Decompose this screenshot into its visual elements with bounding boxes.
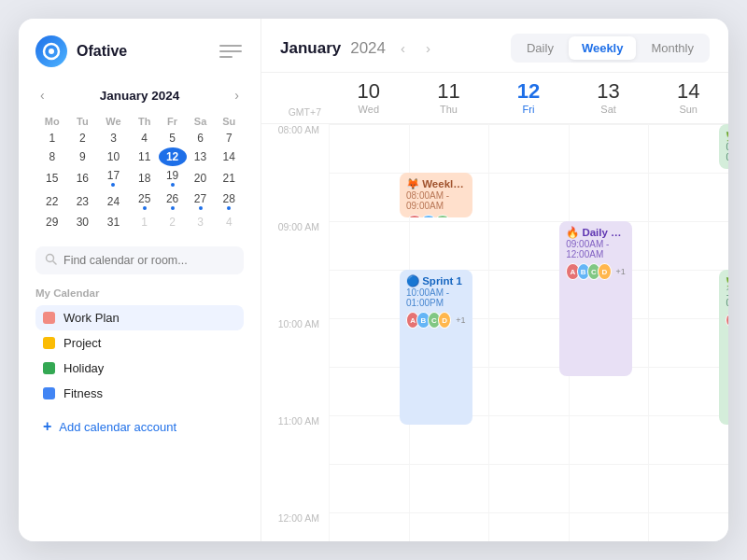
mini-cal-day[interactable]: 2 (68, 129, 96, 147)
mini-cal-day[interactable]: 30 (68, 213, 96, 231)
time-cell[interactable] (488, 318, 569, 367)
mini-cal-day[interactable]: 3 (187, 213, 215, 231)
mini-cal-day[interactable]: 9 (68, 147, 96, 166)
mini-cal-day[interactable]: 17 (96, 166, 130, 189)
mini-cal-day[interactable]: 31 (96, 213, 130, 231)
mini-cal-day[interactable]: 11 (131, 147, 159, 166)
time-cell[interactable] (488, 464, 569, 512)
time-cell[interactable] (648, 270, 728, 318)
event-block-daily-standup-thu[interactable]: 🔥 Daily Standup09:00AM - 12:00AMABCD+1 (559, 221, 632, 376)
add-calendar-button[interactable]: + Add calendar account (35, 412, 244, 441)
time-cell[interactable] (569, 415, 649, 464)
sidebar: Ofative ‹ January 2024 › MoTuWeThFrSaSu … (19, 19, 261, 541)
calendar-color-dot (43, 362, 55, 374)
time-cell[interactable] (409, 464, 489, 512)
mini-cal-day[interactable]: 26 (159, 189, 187, 213)
time-cell[interactable] (409, 512, 489, 541)
time-cell[interactable] (329, 464, 409, 512)
mini-cal-day[interactable]: 4 (215, 213, 244, 231)
mini-cal-day[interactable]: 28 (215, 189, 244, 213)
mini-cal-day[interactable]: 20 (187, 166, 215, 189)
event-block-sprint1[interactable]: 🔵 Sprint 110:00AM - 01:00PMABCD+1 (400, 270, 472, 425)
mini-cal-prev-button[interactable]: ‹ (35, 86, 49, 105)
calendar-item-work-plan[interactable]: Work Plan (35, 305, 244, 330)
time-cell[interactable] (488, 270, 569, 318)
time-cell[interactable] (648, 124, 728, 173)
time-cell[interactable] (329, 367, 409, 415)
mini-cal-day[interactable]: 13 (187, 147, 215, 166)
calendar-item-project[interactable]: Project (35, 330, 244, 356)
event-block-feedback-design[interactable]: 🌿 Feedback Design07:00AM - 08:00PMABC+1 (719, 124, 728, 169)
time-cell[interactable] (488, 221, 569, 270)
view-btn-weekly[interactable]: Weekly (569, 36, 637, 60)
time-cell[interactable] (329, 318, 409, 367)
time-cell[interactable] (648, 173, 728, 221)
time-cell[interactable] (488, 367, 569, 415)
day-name: Fri (523, 104, 535, 115)
event-block-weekly-meeting[interactable]: 🦊 Weekly Meeting08:00AM - 09:00AMABC+1 (400, 173, 472, 217)
time-cell[interactable] (569, 512, 649, 541)
event-title: 🌿 Feedback Design (726, 129, 728, 142)
mini-cal-day[interactable]: 29 (35, 213, 68, 231)
time-cell[interactable] (409, 221, 489, 270)
view-btn-daily[interactable]: Daily (514, 36, 567, 60)
mini-cal-day[interactable]: 3 (96, 129, 130, 147)
time-cell[interactable] (648, 367, 728, 415)
time-cell[interactable] (488, 173, 569, 221)
mini-cal-day[interactable]: 6 (187, 129, 215, 147)
mini-cal-next-button[interactable]: › (230, 86, 244, 105)
mini-cal-day[interactable]: 19 (159, 166, 187, 189)
time-cell[interactable] (569, 124, 649, 173)
mini-cal-day[interactable]: 1 (35, 129, 68, 147)
header-next-button[interactable]: › (420, 37, 436, 59)
time-cell[interactable] (488, 512, 569, 541)
mini-cal-day[interactable]: 27 (187, 189, 215, 213)
mini-cal-day[interactable]: 4 (131, 129, 159, 147)
mini-cal-day[interactable]: 10 (96, 147, 130, 166)
time-cell[interactable] (648, 318, 728, 367)
mini-cal-day[interactable]: 7 (215, 129, 244, 147)
mini-cal-day[interactable]: 24 (96, 189, 130, 213)
mini-cal-day[interactable]: 21 (215, 166, 244, 189)
time-cell[interactable] (329, 415, 409, 464)
time-cell[interactable] (648, 221, 728, 270)
mini-cal-day[interactable]: 25 (131, 189, 159, 213)
header-prev-button[interactable]: ‹ (395, 37, 411, 59)
time-cell[interactable] (329, 221, 409, 270)
mini-cal-day[interactable]: 16 (68, 166, 96, 189)
mini-cal-day[interactable]: 12 (159, 147, 187, 166)
time-cell[interactable] (648, 512, 728, 541)
app-container: Ofative ‹ January 2024 › MoTuWeThFrSaSu … (19, 19, 728, 541)
cal-col-header-sun: 14Sun (648, 73, 728, 123)
time-cell[interactable] (409, 124, 489, 173)
mini-cal-day[interactable]: 18 (131, 166, 159, 189)
time-cell[interactable] (488, 124, 569, 173)
event-block-prototyping[interactable]: 🌿 Prototyping10:00AM - 01:00PMABC+1 (719, 270, 728, 425)
sidebar-toggle-button[interactable] (218, 41, 244, 62)
event-title: 🦊 Weekly Meeting (406, 177, 466, 190)
sidebar-search[interactable] (35, 246, 244, 274)
mini-cal-day[interactable]: 1 (131, 213, 159, 231)
mini-cal-day[interactable]: 22 (35, 189, 68, 213)
time-cell[interactable] (329, 270, 409, 318)
calendar-item-holiday[interactable]: Holiday (35, 356, 244, 381)
mini-cal-day[interactable]: 8 (35, 147, 68, 166)
time-cell[interactable] (569, 464, 649, 512)
calendar-item-fitness[interactable]: Fitness (35, 381, 244, 406)
time-cell[interactable] (329, 124, 409, 173)
mini-cal-day[interactable]: 2 (159, 213, 187, 231)
time-cell[interactable] (569, 173, 649, 221)
time-cell[interactable] (329, 173, 409, 221)
mini-cal-day[interactable]: 14 (215, 147, 244, 166)
mini-cal-day[interactable]: 23 (68, 189, 96, 213)
view-btn-monthly[interactable]: Monthly (638, 36, 707, 60)
mini-cal-day[interactable]: 5 (159, 129, 187, 147)
time-cell[interactable] (648, 464, 728, 512)
calendar-section: My Calendar Work PlanProjectHolidayFitne… (19, 284, 261, 406)
mini-cal-day[interactable]: 15 (35, 166, 68, 189)
event-avatars: ABC+1 (406, 215, 466, 217)
time-cell[interactable] (329, 512, 409, 541)
time-cell[interactable] (648, 415, 728, 464)
time-cell[interactable] (488, 415, 569, 464)
search-input[interactable] (63, 254, 234, 267)
